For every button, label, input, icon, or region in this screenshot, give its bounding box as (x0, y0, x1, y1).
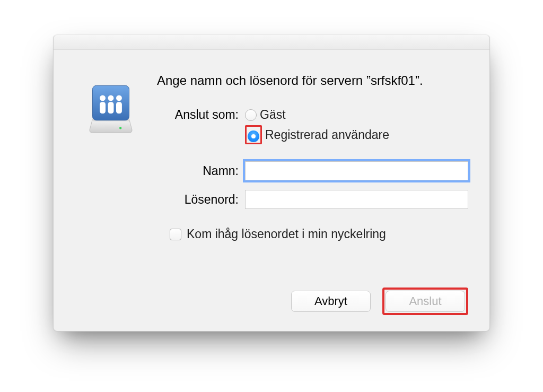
server-login-dialog: Ange namn och lösenord för servern ”srfs… (53, 34, 490, 332)
radio-registered-label: Registrerad användare (265, 128, 389, 142)
name-row: Namn: (157, 161, 468, 180)
connect-as-label: Anslut som: (157, 108, 245, 122)
radio-guest[interactable]: Gäst (245, 108, 389, 122)
connect-as-options: Gäst Registrerad användare (245, 108, 389, 144)
remember-label: Kom ihåg lösenordet i min nyckelring (187, 227, 386, 241)
cancel-button[interactable]: Avbryt (291, 291, 371, 312)
svg-point-2 (100, 95, 106, 101)
radio-registered-indicator (248, 130, 259, 142)
radio-guest-indicator (245, 109, 257, 121)
svg-point-8 (119, 127, 121, 129)
network-drive-icon (79, 82, 143, 138)
dialog-prompt: Ange namn och lösenord för servern ”srfs… (157, 72, 468, 89)
connect-button-highlight: Anslut (382, 288, 468, 315)
svg-point-4 (116, 95, 122, 101)
radio-registered-highlight (245, 125, 262, 144)
password-row: Lösenord: (157, 190, 468, 209)
dialog-buttons: Avbryt Anslut (291, 288, 468, 315)
radio-registered-user[interactable]: Registrerad användare (245, 125, 389, 144)
password-label: Lösenord: (157, 193, 245, 207)
name-input[interactable] (245, 161, 468, 180)
svg-rect-5 (100, 102, 106, 114)
connect-as-row: Anslut som: Gäst Registrerad användare (157, 108, 468, 144)
svg-rect-7 (116, 102, 122, 114)
remember-row[interactable]: Kom ihåg lösenordet i min nyckelring (170, 227, 468, 241)
svg-point-3 (108, 95, 114, 101)
dialog-content: Ange namn och lösenord för servern ”srfs… (54, 50, 489, 331)
remember-checkbox[interactable] (170, 229, 181, 240)
radio-guest-label: Gäst (260, 108, 286, 122)
password-input[interactable] (245, 190, 468, 209)
connect-button[interactable]: Anslut (386, 291, 465, 312)
dialog-body: Ange namn och lösenord för servern ”srfs… (157, 72, 468, 241)
dialog-titlebar (54, 35, 489, 50)
network-drive-icon-svg (84, 82, 137, 135)
svg-rect-6 (108, 102, 114, 114)
name-label: Namn: (157, 164, 245, 178)
